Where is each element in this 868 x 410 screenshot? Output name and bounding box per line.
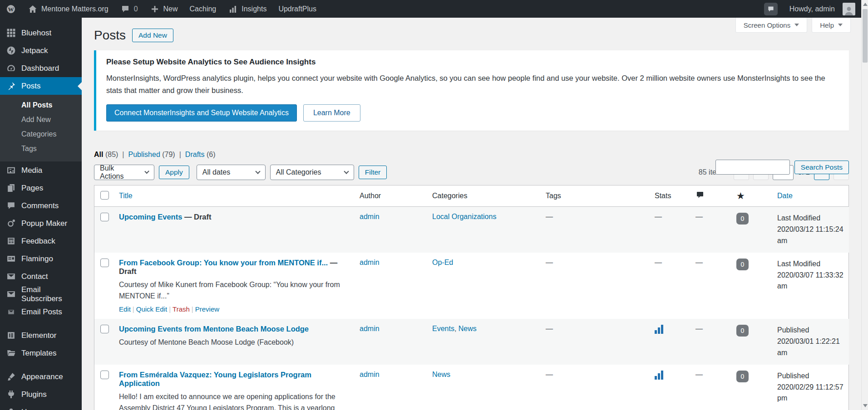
submenu-item-categories[interactable]: Categories	[0, 127, 82, 142]
connect-monsterinsights-button[interactable]: Connect MonsterInsights and Setup Websit…	[106, 104, 297, 122]
row-checkbox[interactable]	[100, 213, 109, 221]
site-name-link[interactable]: Mentone Matters.org	[22, 0, 114, 18]
sidebar-item-templates[interactable]: Templates	[0, 344, 82, 362]
column-author: Author	[355, 185, 428, 207]
column-title[interactable]: Title	[114, 185, 355, 207]
submenu-item-add-new[interactable]: Add New	[0, 112, 82, 127]
cell-tags: —	[541, 365, 650, 410]
cell-comments: —	[691, 253, 732, 319]
post-title-link[interactable]: From Facebook Group: You know your from …	[119, 259, 328, 267]
scroll-up-arrow-icon[interactable]	[863, 3, 868, 6]
sidebar-item-plugins[interactable]: Plugins	[0, 386, 82, 403]
search-input[interactable]	[715, 160, 790, 175]
chevron-down-icon	[344, 169, 349, 174]
post-title-link[interactable]: From Esméralda Vazquez: Young Legislator…	[119, 371, 311, 387]
sidebar-item-label: Comments	[21, 201, 59, 210]
view-published[interactable]: Published (79)	[128, 151, 175, 159]
sidebar-item-users[interactable]: Users	[0, 403, 82, 410]
dashboard-icon	[5, 63, 16, 73]
post-title-link[interactable]: Upcoming Events	[119, 213, 182, 221]
submenu-item-tags[interactable]: Tags	[0, 142, 82, 156]
sidebar-item-email-posts[interactable]: Email Posts	[0, 303, 82, 321]
comments-column-icon	[695, 190, 705, 200]
column-date[interactable]: Date	[773, 185, 849, 207]
filter-button[interactable]: Filter	[359, 166, 387, 179]
stats-chart-icon[interactable]	[655, 371, 663, 380]
sidebar-item-elementor[interactable]: Elementor	[0, 327, 82, 344]
bulk-actions-select[interactable]: Bulk Actions	[94, 165, 154, 180]
adminbar-caching[interactable]: Caching	[184, 0, 222, 18]
author-link[interactable]: admin	[360, 371, 380, 378]
cell-checkbox	[94, 253, 114, 319]
action-edit[interactable]: Edit	[119, 305, 131, 313]
select-all-checkbox[interactable]	[100, 191, 109, 200]
jetpack-icon	[5, 46, 16, 56]
author-link[interactable]: admin	[360, 259, 380, 266]
wordpress-menu[interactable]: W	[0, 0, 22, 18]
scrollbar-thumb[interactable]	[863, 9, 868, 63]
dates-filter-select[interactable]: All dates	[197, 165, 266, 180]
adminbar-messages[interactable]	[758, 0, 784, 18]
view-all[interactable]: All (85)	[94, 151, 118, 159]
vertical-scrollbar[interactable]	[861, 0, 868, 410]
sidebar-item-contact[interactable]: Contact	[0, 268, 82, 285]
sidebar-item-posts[interactable]: Posts	[0, 77, 82, 95]
sidebar-item-email-subscribers[interactable]: Email Subscribers	[0, 285, 82, 303]
table-row: Upcoming Events — DraftadminLocal Organi…	[94, 207, 849, 253]
table-row: Upcoming Events from Mentone Beach Moose…	[94, 319, 849, 364]
sidebar-item-jetpack[interactable]: Jetpack	[0, 42, 82, 59]
sidebar-item-flamingo[interactable]: Flamingo	[0, 250, 82, 268]
categories-filter-select[interactable]: All Categories	[270, 165, 354, 180]
category-link[interactable]: Events	[432, 325, 454, 332]
sidebar-item-popup-maker[interactable]: Popup Maker	[0, 215, 82, 232]
row-checkbox[interactable]	[100, 325, 109, 333]
adminbar-new[interactable]: New	[144, 0, 184, 18]
apply-button[interactable]: Apply	[159, 166, 189, 179]
adminbar-insights[interactable]: Insights	[222, 0, 272, 18]
stats-chart-icon[interactable]	[655, 325, 663, 334]
view-label: All	[94, 151, 103, 158]
table-row: From Facebook Group: You know your from …	[94, 253, 849, 319]
sidebar-item-media[interactable]: Media	[0, 161, 82, 179]
row-checkbox[interactable]	[100, 259, 109, 267]
add-new-button[interactable]: Add New	[132, 29, 173, 42]
category-link[interactable]: News	[459, 325, 477, 332]
sidebar-item-comments[interactable]: Comments	[0, 197, 82, 215]
chevron-down-icon	[794, 24, 799, 26]
category-link[interactable]: News	[432, 371, 450, 378]
post-excerpt: Hello! I am excited to announce we are o…	[119, 391, 350, 410]
sidebar-item-dashboard[interactable]: Dashboard	[0, 59, 82, 77]
action-quick-edit[interactable]: Quick Edit	[136, 305, 167, 313]
sidebar-item-pages[interactable]: Pages	[0, 179, 82, 197]
action-preview[interactable]: Preview	[195, 305, 219, 313]
cell-stats: —	[650, 207, 691, 253]
cell-tags: —	[541, 207, 650, 253]
sidebar-item-bluehost[interactable]: Bluehost	[0, 24, 82, 42]
search-posts-button[interactable]: Search Posts	[794, 161, 849, 174]
action-trash[interactable]: Trash	[173, 305, 190, 313]
category-link[interactable]: Local Organizations	[432, 213, 496, 220]
category-link[interactable]: Op-Ed	[432, 259, 453, 266]
author-link[interactable]: admin	[360, 213, 380, 220]
post-views: All (85)|Published (79)|Drafts (6)	[94, 151, 849, 159]
author-link[interactable]: admin	[360, 325, 380, 332]
view-drafts[interactable]: Drafts (6)	[185, 151, 216, 159]
howdy-text: Howdy, admin	[789, 5, 835, 13]
sidebar-item-feedback[interactable]: Feedback	[0, 232, 82, 250]
adminbar-account[interactable]: Howdy, admin	[784, 0, 861, 18]
adminbar-updraftplus[interactable]: UpdraftPlus	[272, 0, 322, 18]
post-state: — Draft	[182, 213, 211, 221]
sidebar-item-appearance[interactable]: Appearance	[0, 368, 82, 386]
adminbar-comments[interactable]: 0	[114, 0, 144, 18]
help-tab[interactable]: Help	[812, 18, 851, 33]
learn-more-button[interactable]: Learn More	[303, 104, 360, 122]
plugins-icon	[5, 390, 16, 400]
view-label: Published	[128, 151, 160, 158]
sidebar-item-label: Contact	[21, 272, 48, 281]
row-checkbox[interactable]	[100, 371, 109, 379]
scroll-down-arrow-icon[interactable]	[863, 404, 868, 407]
submenu-item-all-posts[interactable]: All Posts	[0, 98, 82, 112]
post-title-link[interactable]: Upcoming Events from Mentone Beach Moose…	[119, 325, 309, 333]
screen-options-tab[interactable]: Screen Options	[735, 18, 807, 33]
post-date-status: Last Modified	[777, 259, 844, 270]
